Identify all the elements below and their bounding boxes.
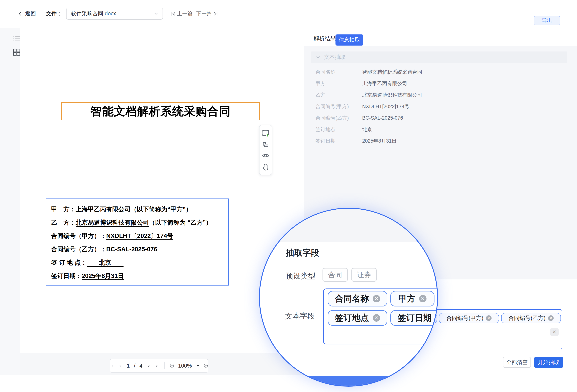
top-bar: 返回 文件： 软件采购合同.docx 上一篇 下一篇 导出: [0, 0, 577, 27]
back-button[interactable]: 返回: [18, 10, 36, 17]
field-row: 甲方上海甲乙丙有限公司: [316, 78, 556, 89]
preset-securities-button[interactable]: 证券: [351, 268, 377, 282]
thumbnail-grid-icon[interactable]: [13, 49, 20, 56]
tab-parse-result[interactable]: 解析结果: [314, 35, 336, 42]
hand-icon[interactable]: [262, 163, 269, 171]
field-row: 合同名称智能文档解析系统采购合同: [316, 66, 556, 78]
export-button[interactable]: 导出: [534, 16, 560, 25]
mag-tag-contract-name[interactable]: 合同名称✕: [328, 291, 387, 306]
start-extract-button[interactable]: 开始抽取: [534, 357, 563, 368]
text-fields-label: 文本字段: [285, 311, 315, 321]
back-label: 返回: [25, 10, 36, 17]
collapse-chevron-icon: [316, 55, 320, 60]
prev-article-button[interactable]: 上一篇: [171, 10, 193, 17]
next-article-button[interactable]: 下一篇: [196, 10, 218, 17]
doc-title: 智能文档解析系统采购合同: [90, 103, 231, 119]
magnifier-base: [260, 376, 438, 387]
select-region-icon[interactable]: [262, 129, 269, 137]
next-page-icon[interactable]: [146, 363, 151, 368]
prev-page-icon[interactable]: [118, 363, 123, 368]
tag-contract-no-b[interactable]: 合同编号(乙方)✕: [501, 313, 561, 323]
file-dropdown[interactable]: 软件采购合同.docx: [66, 8, 163, 20]
tab-info-extract[interactable]: 信息抽取: [335, 34, 363, 46]
mag-tag-sign-place[interactable]: 签订地点✕: [328, 310, 387, 326]
zoom-out-icon[interactable]: [170, 363, 174, 368]
zoom-in-icon[interactable]: [204, 363, 208, 368]
zoom-level: 100%: [178, 363, 192, 369]
doc-line-party-b: 乙 方：北京易道博识科技有限公司（以下简称为 “乙方”）: [51, 216, 223, 229]
close-icon[interactable]: ✕: [548, 315, 554, 321]
mag-tag-party-a[interactable]: 甲方✕: [390, 291, 434, 306]
file-label: 文件：: [46, 10, 62, 17]
next-article-icon: [213, 11, 218, 16]
app-screen: 返回 文件： 软件采购合同.docx 上一篇 下一篇 导出: [0, 0, 577, 392]
panel-tabs: 解析结果 信息抽取: [304, 28, 577, 46]
close-icon[interactable]: ✕: [373, 314, 380, 322]
field-row: 签订地点北京: [316, 124, 556, 135]
divider: [164, 362, 165, 369]
current-page: 1: [127, 363, 130, 369]
close-icon[interactable]: ✕: [419, 295, 427, 302]
first-page-icon[interactable]: [110, 363, 114, 368]
prev-article-label: 上一篇: [177, 10, 193, 17]
last-page-icon[interactable]: [155, 363, 159, 368]
divider: [41, 11, 41, 17]
eye-icon[interactable]: [262, 152, 269, 160]
mag-tag-sign-date[interactable]: 签订日期✕: [390, 310, 438, 326]
back-chevron-icon: [18, 11, 23, 16]
text-extract-header[interactable]: 文本抽取: [311, 51, 567, 63]
file-dropdown-value: 软件采购合同.docx: [71, 10, 116, 17]
caret-down-icon[interactable]: [196, 365, 200, 367]
doc-line-sign-date: 签订日期：2025年8月31日: [51, 269, 223, 283]
document-viewer: 智能文档解析系统采购合同 甲 方：上海甲乙丙有限公司（以下简称为“甲方”） 乙 …: [20, 28, 304, 375]
section-title: 文本抽取: [324, 54, 346, 61]
doc-line-contract-no-a: 合同编号（甲方）：NXDLHT〔2022〕174号: [51, 229, 223, 243]
field-row: 签订日期2025年8月31日: [316, 135, 556, 147]
doc-line-party-a: 甲 方：上海甲乙丙有限公司（以下简称为“甲方”）: [51, 202, 223, 216]
next-article-label: 下一篇: [196, 10, 212, 17]
extracted-fields-list: 合同名称智能文档解析系统采购合同 甲方上海甲乙丙有限公司 乙方北京易道博识科技有…: [316, 66, 556, 147]
contract-fields-box[interactable]: 甲 方：上海甲乙丙有限公司（以下简称为“甲方”） 乙 方：北京易道博识科技有限公…: [46, 198, 229, 286]
left-rail: [0, 28, 20, 375]
article-nav: 上一篇 下一篇: [171, 10, 218, 17]
close-icon[interactable]: ✕: [373, 295, 380, 302]
magnified-panel-title: 抽取字段: [286, 247, 319, 258]
doc-line-sign-place: 签 订 地 点： 北京: [51, 256, 223, 269]
doc-line-contract-no-b: 合同编号（乙方）：BC-SAL-2025-076: [51, 243, 223, 256]
page-separator: /: [134, 363, 135, 369]
dropdown-chevron-icon: [154, 12, 158, 15]
field-row: 合同编号(乙方)BC-SAL-2025-076: [316, 112, 556, 124]
outline-list-icon[interactable]: [13, 35, 20, 43]
viewer-toolbar: [259, 125, 272, 175]
field-row: 乙方北京易道博识科技有限公司: [316, 89, 556, 101]
page-controls: 1 / 4 100%: [110, 359, 208, 373]
overlap-shapes-icon[interactable]: [262, 140, 269, 148]
magnifier-circle: 抽取字段 预设类型 合同 证券 文本字段 合同名称✕ 甲方✕ 签订地点✕ 签订日…: [259, 208, 438, 387]
clear-all-button[interactable]: 全部清空: [503, 357, 531, 368]
preset-contract-button[interactable]: 合同: [323, 268, 348, 282]
clear-input-icon[interactable]: ✕: [550, 328, 559, 336]
preset-type-label: 预设类型: [286, 271, 316, 281]
field-row: 合同编号(甲方)NXDLHT[2022]174号: [316, 101, 556, 112]
doc-title-highlight-box[interactable]: 智能文档解析系统采购合同: [61, 102, 260, 120]
tag-contract-no-a[interactable]: 合同编号(甲方)✕: [439, 313, 499, 323]
prev-article-icon: [171, 11, 176, 16]
total-pages: 4: [139, 363, 142, 369]
close-icon[interactable]: ✕: [486, 315, 492, 321]
